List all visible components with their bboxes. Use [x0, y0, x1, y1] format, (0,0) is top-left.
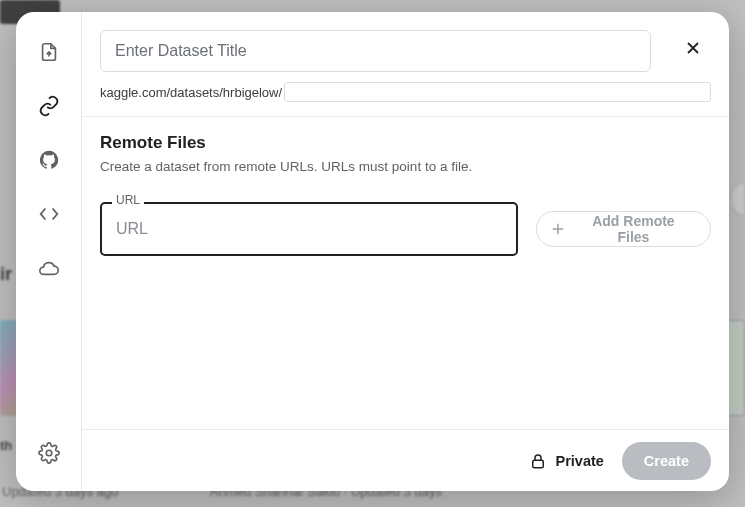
modal-body: kaggle.com/datasets/hrbigelow/ Remote Fi… — [82, 12, 729, 429]
add-remote-files-button[interactable]: Add Remote Files — [536, 211, 711, 247]
svg-point-0 — [46, 450, 52, 456]
link-icon — [38, 95, 60, 117]
plus-icon — [549, 220, 567, 238]
remote-files-section: Remote Files Create a dataset from remot… — [100, 117, 711, 256]
close-icon — [683, 38, 703, 58]
privacy-toggle[interactable]: Private — [529, 452, 603, 470]
github-tab[interactable] — [31, 142, 67, 178]
url-field: URL — [100, 202, 518, 256]
url-input[interactable] — [100, 202, 518, 256]
notebook-output-tab[interactable] — [31, 196, 67, 232]
dataset-slug-input[interactable] — [284, 82, 711, 102]
modal-sidebar — [16, 12, 82, 491]
dataset-slug-row: kaggle.com/datasets/hrbigelow/ — [100, 82, 711, 102]
code-icon — [38, 203, 60, 225]
github-icon — [38, 149, 60, 171]
dataset-settings-button[interactable] — [31, 435, 67, 471]
create-button[interactable]: Create — [622, 442, 711, 480]
add-remote-files-label: Add Remote Files — [575, 213, 692, 245]
create-dataset-modal: kaggle.com/datasets/hrbigelow/ Remote Fi… — [16, 12, 729, 491]
privacy-label: Private — [555, 453, 603, 469]
cloud-storage-tab[interactable] — [31, 250, 67, 286]
upload-file-icon — [38, 41, 60, 63]
create-button-label: Create — [644, 453, 689, 469]
gear-icon — [38, 442, 60, 464]
url-row: URL Add Remote Files — [100, 202, 711, 256]
svg-rect-1 — [533, 460, 544, 468]
section-heading: Remote Files — [100, 133, 711, 153]
modal-footer: Private Create — [82, 429, 729, 491]
url-float-label: URL — [112, 193, 144, 207]
slug-prefix: kaggle.com/datasets/hrbigelow/ — [100, 85, 282, 100]
dataset-title-input[interactable] — [100, 30, 651, 72]
upload-file-tab[interactable] — [31, 34, 67, 70]
modal-main: kaggle.com/datasets/hrbigelow/ Remote Fi… — [82, 12, 729, 491]
remote-link-tab[interactable] — [31, 88, 67, 124]
close-button[interactable] — [679, 34, 707, 62]
lock-icon — [529, 452, 547, 470]
section-description: Create a dataset from remote URLs. URLs … — [100, 159, 711, 174]
cloud-icon — [38, 257, 60, 279]
